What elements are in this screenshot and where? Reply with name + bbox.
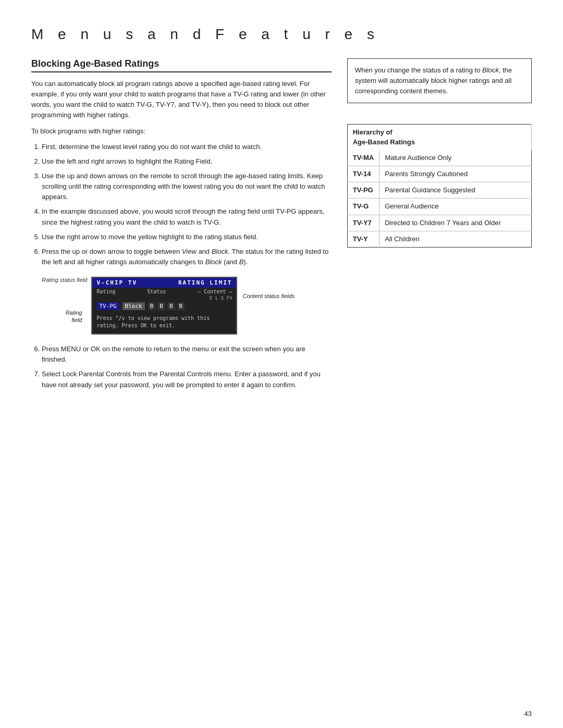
- screen-b-cells: B B B B: [148, 302, 185, 310]
- screen-mockup-area: Rating status field Ratingfield V-CHIP T…: [42, 277, 332, 335]
- hierarchy-body: TV-MAMature Audience OnlyTV-14Parents St…: [347, 150, 531, 248]
- hierarchy-header: Hierarchy of Age-Based Ratings: [347, 125, 531, 150]
- table-row: TV-Y7Directed to Children 7 Years and Ol…: [347, 215, 531, 231]
- rating-desc: All Children: [380, 231, 532, 247]
- step6-italic-block2: Block: [205, 258, 222, 266]
- b-cell-1: B: [148, 302, 156, 310]
- dashes-row: D L S FV: [92, 295, 236, 301]
- col-status-header: Status: [147, 289, 166, 294]
- content-area: Blocking Age-Based Ratings You can autom…: [31, 58, 532, 396]
- step6-italic-b: B: [239, 258, 244, 266]
- info-box-italic: Block: [482, 66, 499, 74]
- screen-title-right: RATING LIMIT: [178, 279, 232, 286]
- rating-code: TV-Y: [347, 231, 379, 247]
- step6-italic-block: Block: [212, 248, 228, 255]
- step-7: Select Lock Parental Controls from the P…: [42, 369, 332, 390]
- step6-italic-view: View: [182, 248, 197, 255]
- step-3: Use the up and down arrows on the remote…: [42, 171, 332, 202]
- step-4: In the example discussed above, you woul…: [42, 206, 332, 227]
- step-2: Use the left and right arrows to highlig…: [42, 156, 332, 167]
- table-row: TV-YAll Children: [347, 231, 531, 247]
- screen-header-row: Rating Status — Content —: [92, 288, 236, 295]
- screen-mockup: V-CHIP TV RATING LIMIT Rating Status — C…: [91, 277, 237, 335]
- b-cell-2: B: [157, 302, 165, 310]
- step-5: Use the right arrow to move the yellow h…: [42, 232, 332, 242]
- table-row: TV-14Parents Strongly Cautioned: [347, 166, 531, 182]
- b-cell-4: B: [177, 302, 185, 310]
- table-row: TV-GGeneral Audience: [347, 199, 531, 215]
- screen-title-left: V-CHIP TV: [96, 279, 137, 286]
- page-number: 43: [524, 710, 532, 718]
- col-rating-header: Rating: [96, 289, 115, 294]
- table-row: TV-MAMature Audience Only: [347, 150, 531, 166]
- content-status-label: Content status fields: [242, 292, 295, 300]
- rating-status-label: Rating status field: [42, 277, 87, 283]
- col-d: D: [210, 295, 212, 301]
- b-cell-3: B: [167, 302, 175, 310]
- section-title: Blocking Age-Based Ratings: [31, 58, 332, 72]
- hierarchy-title: Hierarchy of: [353, 128, 393, 136]
- screen-instruction: Press ^/v to view programs with this rat…: [92, 312, 236, 334]
- intro-paragraph: You can automatically block all program …: [31, 79, 332, 121]
- rating-code: TV-Y7: [347, 215, 379, 231]
- screen-status-value: Block: [123, 302, 145, 310]
- step-6b: Press MENU or OK on the remote to return…: [42, 344, 332, 365]
- rating-code: TV-PG: [347, 182, 379, 199]
- rating-desc: Parental Guidance Suggested: [380, 182, 532, 199]
- col-content-label: — Content —: [198, 289, 232, 294]
- rating-desc: General Audience: [380, 199, 532, 215]
- rating-code: TV-MA: [347, 150, 379, 166]
- col-l: L: [215, 295, 218, 301]
- hierarchy-table: Hierarchy of Age-Based Ratings TV-MAMatu…: [347, 124, 532, 248]
- col-s: S: [221, 295, 224, 301]
- screen-title-bar: V-CHIP TV RATING LIMIT: [92, 278, 236, 288]
- page-title: M e n u s a n d F e a t u r e s: [31, 26, 532, 43]
- steps-list: First, determine the lowest level rating…: [42, 142, 332, 267]
- rating-code: TV-G: [347, 199, 379, 215]
- block-intro: To block programs with higher ratings:: [31, 126, 332, 137]
- right-column: When you change the status of a rating t…: [347, 58, 532, 248]
- hierarchy-subtitle: Age-Based Ratings: [353, 138, 415, 146]
- info-box: When you change the status of a rating t…: [347, 58, 532, 103]
- col-fv: FV: [227, 295, 232, 301]
- table-row: TV-PGParental Guidance Suggested: [347, 182, 531, 199]
- screen-data-row: TV-PG Block B B B B: [92, 301, 236, 312]
- step-6: Press the up or down arrow to toggle bet…: [42, 246, 332, 267]
- rating-desc: Directed to Children 7 Years and Older: [380, 215, 532, 231]
- steps-list-2: Press MENU or OK on the remote to return…: [42, 344, 332, 390]
- screen-rating-value: TV-PG: [96, 302, 119, 310]
- left-column: Blocking Age-Based Ratings You can autom…: [31, 58, 332, 396]
- rating-desc: Parents Strongly Cautioned: [380, 166, 532, 182]
- rating-field-label: Ratingfield: [45, 309, 82, 324]
- rating-desc: Mature Audience Only: [380, 150, 532, 166]
- step-1: First, determine the lowest level rating…: [42, 142, 332, 152]
- rating-code: TV-14: [347, 166, 379, 182]
